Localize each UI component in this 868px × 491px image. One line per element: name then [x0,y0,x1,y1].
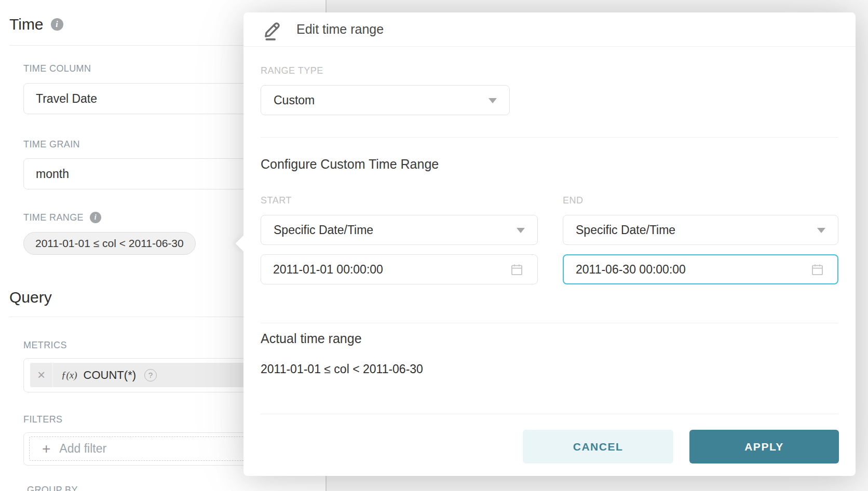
time-range-value: 2011-01-01 ≤ col < 2011-06-30 [35,237,184,250]
divider [261,137,838,138]
range-type-value: Custom [274,93,315,107]
start-mode-value: Specific Date/Time [274,223,373,237]
apply-button[interactable]: APPLY [689,430,839,463]
popover-arrow [235,235,251,251]
divider [261,323,838,323]
range-type-label: RANGE TYPE [261,65,323,76]
close-icon[interactable]: × [30,363,53,387]
time-section-title: Time [9,16,44,33]
time-range-label: TIME RANGE i [23,212,101,223]
actual-time-range-heading: Actual time range [261,331,362,346]
end-label: END [563,195,584,206]
metric-name: COUNT(*) [84,369,136,382]
chevron-down-icon [517,228,525,233]
configure-heading: Configure Custom Time Range [261,157,439,172]
range-type-select[interactable]: Custom [261,85,510,115]
start-label: START [261,195,292,206]
filters-label: FILTERS [23,414,62,425]
time-range-label-text: TIME RANGE [23,212,84,223]
time-column-label: TIME COLUMN [23,63,91,74]
query-section-heading: Query [9,289,52,306]
time-grain-value: month [36,167,69,181]
modal-title: Edit time range [296,22,384,37]
time-section-heading: Time i [9,16,63,33]
chevron-down-icon [489,98,497,103]
metrics-label: METRICS [23,340,67,351]
chevron-down-icon [817,228,825,233]
end-mode-select[interactable]: Specific Date/Time [563,215,838,245]
plus-icon: + [42,442,50,456]
info-icon[interactable]: i [51,18,63,31]
group-by-label: GROUP BY [27,485,78,491]
page: Time i TIME COLUMN Travel Date TIME GRAI… [0,0,868,491]
end-date-input[interactable] [563,254,838,284]
query-section-title: Query [9,289,52,306]
modal-header: Edit time range [243,12,856,47]
edit-time-range-modal: Edit time range RANGE TYPE Custom Config… [243,12,856,476]
help-icon[interactable]: ? [144,369,157,381]
info-icon[interactable]: i [90,212,101,223]
add-filter-label: Add filter [59,442,106,456]
time-column-value: Travel Date [36,92,97,106]
time-range-pill[interactable]: 2011-01-01 ≤ col < 2011-06-30 [23,232,196,255]
actual-time-range-value: 2011-01-01 ≤ col < 2011-06-30 [261,362,423,376]
time-grain-label: TIME GRAIN [23,139,80,150]
start-mode-select[interactable]: Specific Date/Time [261,215,538,245]
end-mode-value: Specific Date/Time [576,223,675,237]
function-icon: ƒ(x) [61,370,77,381]
edit-pencil-icon [261,18,284,41]
cancel-button[interactable]: CANCEL [523,430,673,463]
start-date-input[interactable] [261,254,538,284]
divider [261,414,838,414]
